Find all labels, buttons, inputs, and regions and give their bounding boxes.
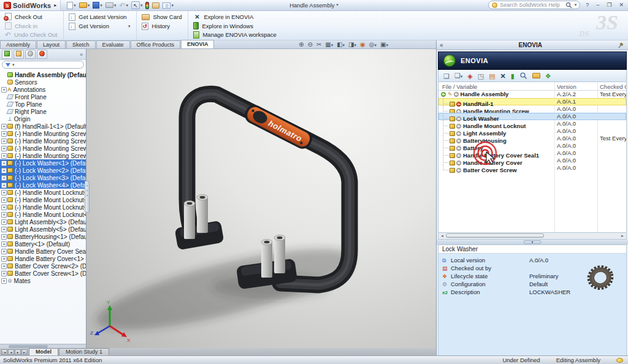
save-button[interactable]: ▾ <box>93 2 102 9</box>
restore-button[interactable]: ❐ <box>605 2 613 8</box>
history-button[interactable]: History <box>142 22 182 30</box>
expand-toggle-icon[interactable]: + <box>1 153 7 159</box>
help-button[interactable]: ? <box>584 2 591 8</box>
expand-toggle-icon[interactable]: + <box>1 278 7 284</box>
tree-item[interactable]: +(-) Lock Washer<1> (Default) <box>0 159 86 167</box>
tree-item[interactable]: +Batter Cover Screw<1> (Defau <box>0 270 86 277</box>
expand-toggle-icon[interactable]: + <box>1 124 7 129</box>
featuremanager-tree-tab[interactable] <box>2 50 12 59</box>
select-tool-button[interactable]: ↖▾ <box>131 1 143 9</box>
tree-item[interactable]: +Light Assembly<3> (Default) <box>0 218 86 226</box>
panel-splitter-handle[interactable] <box>85 181 90 213</box>
show-card-button[interactable]: Show Card <box>142 13 182 21</box>
undo-check-out-button[interactable]: ↶Undo Check Out <box>5 31 57 39</box>
tree-item[interactable]: +(f) HandRail-1<1> (Default<A <box>0 123 86 130</box>
tree-item[interactable]: +Handle Battery Cover Seal1<1 <box>0 248 86 255</box>
tree-item[interactable]: +(-) Lock Washer<3> (Default) <box>0 174 86 181</box>
enovia-tree-row[interactable]: Lock WasherA.0/A.0 <box>438 113 626 120</box>
tree-item[interactable]: +(-) Handle Mount Locknut<1> <box>0 189 86 196</box>
check-in-button[interactable]: Check in <box>5 22 57 30</box>
configurationmanager-tab[interactable] <box>25 50 36 59</box>
enovia-tree-row[interactable]: Handle Mounting ScrewA.0/A.0 <box>438 105 626 113</box>
expand-toggle-icon[interactable]: + <box>1 249 7 254</box>
enovia-tree-row[interactable]: BatteryA.0/A.0 <box>438 142 626 150</box>
tree-item[interactable]: Top Plane <box>0 100 86 108</box>
search-tree-icon[interactable] <box>519 72 527 80</box>
tree-item[interactable]: +(-) Handle Mount Locknut<3> <box>0 203 86 211</box>
expand-toggle-icon[interactable]: + <box>1 219 7 225</box>
search-dropdown-icon[interactable]: ▾ <box>575 2 577 7</box>
motion-study-tab[interactable]: Motion Study 1 <box>59 348 109 355</box>
tree-horizontal-scrollbar[interactable] <box>0 344 86 348</box>
check-out-button[interactable]: Check Out <box>5 13 57 21</box>
enovia-tree-row[interactable]: Handle Battery CoverA.0/A.0 <box>438 157 626 164</box>
hide-show-items-icon[interactable]: ◨▾ <box>348 40 356 50</box>
expand-toggle-icon[interactable]: + <box>1 87 7 93</box>
expand-toggle-icon[interactable]: + <box>1 241 7 247</box>
enovia-tree-row[interactable]: ✎Handle AssemblyA.2/A.2Test Everything <box>438 91 626 98</box>
close-button[interactable]: ✕ <box>617 2 626 8</box>
expand-toggle-icon[interactable]: + <box>1 138 7 144</box>
tree-item[interactable]: +Battery<1> (Default) <box>0 240 86 248</box>
tree-item[interactable]: +(-) Handle Mounting Screw<2 <box>0 137 86 145</box>
tree-item[interactable]: +(-) Lock Washer<4> (Default) <box>0 181 86 189</box>
manage-workspace-button[interactable]: Manage ENOVIA workspace <box>193 31 276 39</box>
expand-toggle-icon[interactable]: + <box>1 227 7 232</box>
tab-office-products[interactable]: Office Products <box>131 40 180 48</box>
expand-toggle-icon[interactable]: + <box>1 197 7 203</box>
filter-dropdown-icon[interactable]: ▾ <box>12 63 15 67</box>
tree-filter-input[interactable]: ▾ <box>2 61 84 69</box>
tree-item[interactable]: +(-) Handle Mounting Screw<1 <box>0 130 86 137</box>
graphics-viewport[interactable]: holmatro Y X Z <box>86 49 436 348</box>
expand-toggle-icon[interactable]: + <box>1 146 7 151</box>
get-latest-version-button[interactable]: Get Latest Version <box>69 13 130 21</box>
tree-item[interactable]: Front Plane <box>0 93 86 100</box>
tree-item[interactable]: Right Plane <box>0 108 86 115</box>
tree-item[interactable]: +(-) Lock Washer<2> (Default) <box>0 167 86 174</box>
multi-item-icon[interactable]: ❏▾ <box>454 70 462 82</box>
open-workspace-folder-icon[interactable] <box>532 73 540 78</box>
enovia-tree-row[interactable]: Handle Battery Cover Seal1A.0/A.0 <box>438 150 626 157</box>
enovia-tree-row[interactable]: Handle Mount LocknutA.0/A.0 <box>438 120 626 127</box>
tag-icon[interactable] <box>616 358 623 363</box>
pin-icon[interactable] <box>618 42 625 49</box>
tree-item[interactable]: ⊥Origin <box>0 115 86 123</box>
tree-item[interactable]: +Handle Battery Cover<1> (Def <box>0 255 86 262</box>
tab-assembly[interactable]: Assembly <box>0 40 36 48</box>
rebuild-button[interactable] <box>145 2 149 9</box>
checkin-item-icon[interactable]: ◈ <box>467 70 472 82</box>
tree-item[interactable]: +BatteryHousing<1> (Default) <box>0 233 86 240</box>
tree-item[interactable]: +(-) Handle Mount Locknut<4> <box>0 211 86 218</box>
new-item-icon[interactable]: ❏ <box>443 70 450 82</box>
camera-icon[interactable]: ▣▾ <box>380 40 388 50</box>
expand-toggle-icon[interactable]: + <box>1 131 7 137</box>
minimize-button[interactable]: – <box>594 2 601 8</box>
tree-root-item[interactable]: Handle Assembly (Default) <box>0 71 86 78</box>
panel-more-icon[interactable]: » <box>80 51 84 58</box>
workspace-settings-icon[interactable]: ❖ <box>545 70 551 82</box>
tab-nav-buttons[interactable]: |◄◄►►| <box>0 349 29 355</box>
open-document-button[interactable]: ▾ <box>79 2 90 8</box>
enovia-tree-row[interactable]: Batter Cover ScrewA.0/A.0 <box>438 164 626 172</box>
get-version-button[interactable]: Get Version▾ <box>69 22 130 30</box>
appearances-icon[interactable]: ◉ <box>360 40 366 49</box>
tree-item[interactable]: +(-) Handle Mounting Screw<3 <box>0 145 86 152</box>
tree-item[interactable]: +(-) Handle Mount Locknut<2> <box>0 196 86 203</box>
zoom-fit-icon[interactable]: ⊕ <box>299 40 304 49</box>
view-orientation-icon[interactable]: ▦▾ <box>325 40 333 50</box>
file-properties-button[interactable] <box>152 2 159 9</box>
options-button[interactable]: ☰▾ <box>163 2 174 9</box>
print-button[interactable]: ▾ <box>105 2 117 8</box>
expand-toggle-icon[interactable]: + <box>1 190 7 195</box>
enovia-tree-row[interactable]: HandRail-1A.0/A.1 <box>438 98 626 105</box>
dimxpert-tab[interactable] <box>37 50 47 59</box>
search-input[interactable]: Search SolidWorks Help ▾ <box>488 1 580 9</box>
expand-toggle-icon[interactable]: + <box>1 161 7 166</box>
column-version[interactable]: Version <box>557 83 576 90</box>
expand-toggle-icon[interactable]: + <box>1 264 7 269</box>
tab-sketch[interactable]: Sketch <box>66 40 96 48</box>
tree-item[interactable]: +AAnnotations <box>0 86 86 93</box>
tree-item[interactable]: +⊚Mates <box>0 277 86 284</box>
tree-item[interactable]: +(-) Handle Mounting Screw<4 <box>0 152 86 159</box>
model-tab[interactable]: Model <box>29 348 58 355</box>
